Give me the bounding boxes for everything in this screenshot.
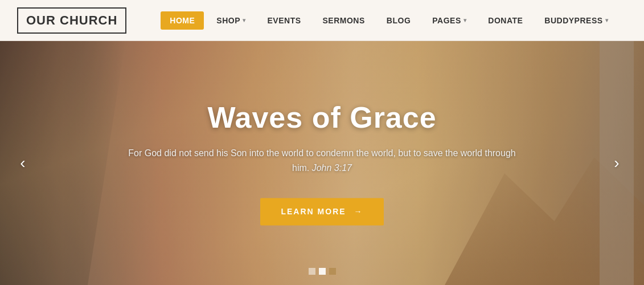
hero-subtitle: For God did not send his Son into the wo… (123, 146, 522, 175)
slider-prev-button[interactable]: ‹ (10, 150, 35, 176)
logo-text: OUR CHURCH (26, 13, 117, 27)
nav-sermons[interactable]: SERMONS (314, 11, 374, 30)
hero-title: Waves of Grace (123, 100, 522, 135)
header: OUR CHURCH HOME SHOP ▾ EVENTS SERMONS BL… (0, 0, 644, 41)
logo[interactable]: OUR CHURCH (17, 7, 126, 34)
nav-home[interactable]: HOME (161, 11, 204, 30)
hero-cta-button[interactable]: LEARN MORE → (260, 198, 383, 226)
slider-dot-1[interactable] (309, 268, 315, 275)
nav-blog[interactable]: BLOG (378, 11, 420, 30)
nav-donate[interactable]: DONATE (479, 11, 532, 30)
hero-content: Waves of Grace For God did not send his … (123, 100, 522, 225)
pages-dropdown-icon: ▾ (463, 17, 467, 23)
shop-dropdown-icon: ▾ (243, 17, 246, 23)
slider-next-button[interactable]: › (600, 41, 634, 285)
slider-dots (309, 268, 336, 275)
slider-dot-2[interactable] (319, 268, 326, 275)
nav-events[interactable]: EVENTS (259, 11, 310, 30)
nav-pages[interactable]: PAGES ▾ (423, 11, 475, 30)
nav-shop[interactable]: SHOP ▾ (207, 11, 255, 30)
slider-dot-3[interactable] (329, 268, 336, 275)
cta-arrow-icon: → (354, 207, 363, 217)
hero-slider: ‹ Waves of Grace For God did not send hi… (0, 41, 644, 285)
main-nav: HOME SHOP ▾ EVENTS SERMONS BLOG PAGES ▾ … (161, 11, 617, 30)
nav-buddypress[interactable]: BUDDYPRESS ▾ (535, 11, 617, 30)
buddypress-dropdown-icon: ▾ (605, 17, 609, 23)
